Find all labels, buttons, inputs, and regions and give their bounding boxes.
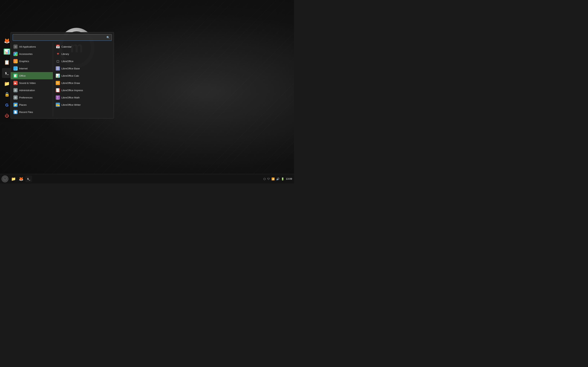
- search-bar: 🔍: [11, 32, 114, 42]
- office-icon: 📝: [13, 74, 17, 78]
- app-calendar-label: Calendar: [61, 45, 72, 48]
- app-libreoffice-math[interactable]: ∑ LibreOffice Math: [53, 94, 106, 101]
- category-recent-label: Recent Files: [19, 111, 33, 114]
- wifi-icon[interactable]: 📶: [271, 177, 275, 180]
- search-input-wrap: 🔍: [13, 34, 112, 41]
- app-libreoffice-impress-label: LibreOffice Impress: [61, 89, 83, 92]
- libreoffice-calc-icon: 📊: [56, 74, 60, 78]
- search-icon[interactable]: 🔍: [106, 35, 110, 39]
- taskbar-firefox[interactable]: 🦊: [17, 175, 25, 182]
- category-sound-label: Sound & Video: [19, 82, 36, 84]
- taskbar-right: ⬡ 🛡 📶 🔊 🔋 13:09: [263, 177, 292, 180]
- category-preferences[interactable]: ⚙ Preferences: [11, 94, 53, 101]
- accessories-icon: ✦: [13, 52, 17, 56]
- volume-icon[interactable]: 🔊: [276, 177, 279, 180]
- category-internet[interactable]: 🌐 Internet: [11, 65, 53, 72]
- category-places[interactable]: 📁 Places: [11, 101, 53, 108]
- taskbar-terminal[interactable]: $_: [25, 175, 32, 182]
- app-libreoffice-writer[interactable]: ✍ LibreOffice Writer: [53, 101, 106, 108]
- administration-icon: ⚙: [13, 88, 17, 92]
- libreoffice-writer-icon: ✍: [56, 103, 60, 107]
- desktop: m 🦊 📊 📋 $_ 📁 🔒 G: [0, 0, 294, 184]
- app-libreoffice-draw[interactable]: ✏ LibreOffice Draw: [53, 79, 106, 87]
- svg-text:m: m: [4, 178, 6, 180]
- search-input[interactable]: [14, 34, 106, 41]
- app-libreoffice-impress[interactable]: 📑 LibreOffice Impress: [53, 87, 106, 94]
- battery-icon[interactable]: 🔋: [281, 177, 284, 180]
- category-all-label: All Applications: [19, 45, 36, 48]
- app-libreoffice-base[interactable]: 🗄 LibreOffice Base: [53, 65, 106, 72]
- app-libreoffice-math-label: LibreOffice Math: [61, 96, 80, 99]
- taskbar: m 📁 🦊 $_ ⬡ 🛡 📶 🔊 🔋 13:09: [0, 174, 294, 184]
- app-libreoffice-calc-label: LibreOffice Calc: [61, 74, 79, 77]
- app-menu: 🔍 ⊞ All Applications ✦ Accessories 🎨 Gra…: [10, 32, 114, 118]
- category-accessories[interactable]: ✦ Accessories: [11, 50, 53, 58]
- graphics-icon: 🎨: [13, 59, 17, 63]
- category-office[interactable]: 📝 Office: [11, 72, 53, 79]
- calendar-icon: 📅: [56, 44, 60, 49]
- category-accessories-label: Accessories: [19, 53, 33, 55]
- recent-icon: 📄: [13, 110, 17, 114]
- apps-panel: 📅 Calendar ✦ Library ◻ LibreOffice 🗄 Lib…: [53, 42, 106, 117]
- app-libreoffice-label: LibreOffice: [61, 60, 73, 63]
- internet-icon: 🌐: [13, 66, 17, 71]
- category-recent[interactable]: 📄 Recent Files: [11, 108, 53, 116]
- category-graphics-label: Graphics: [19, 60, 29, 63]
- bluetooth-icon[interactable]: ⬡: [263, 177, 266, 180]
- categories-panel: ⊞ All Applications ✦ Accessories 🎨 Graph…: [11, 42, 53, 117]
- category-office-label: Office: [19, 74, 26, 77]
- vpn-icon[interactable]: 🛡: [267, 177, 270, 180]
- preferences-icon: ⚙: [13, 95, 17, 100]
- libreoffice-base-icon: 🗄: [56, 66, 60, 71]
- category-places-label: Places: [19, 103, 26, 106]
- app-libreoffice[interactable]: ◻ LibreOffice: [53, 58, 106, 65]
- app-libreoffice-base-label: LibreOffice Base: [61, 67, 80, 70]
- category-administration-label: Administration: [19, 89, 35, 92]
- start-button[interactable]: m: [1, 175, 9, 182]
- libreoffice-impress-icon: 📑: [56, 88, 60, 92]
- app-library-label: Library: [61, 53, 69, 55]
- clock: 13:09: [286, 177, 292, 180]
- places-icon: 📁: [13, 103, 17, 107]
- all-apps-icon: ⊞: [13, 44, 17, 49]
- category-sound[interactable]: ▶ Sound & Video: [11, 79, 53, 87]
- app-libreoffice-calc[interactable]: 📊 LibreOffice Calc: [53, 72, 106, 79]
- menu-content: ⊞ All Applications ✦ Accessories 🎨 Graph…: [11, 42, 114, 117]
- taskbar-files[interactable]: 📁: [10, 175, 17, 182]
- category-administration[interactable]: ⚙ Administration: [11, 87, 53, 94]
- libreoffice-icon: ◻: [56, 59, 60, 63]
- taskbar-left: m 📁 🦊 $_: [1, 175, 32, 182]
- libreoffice-draw-icon: ✏: [56, 81, 60, 85]
- category-all[interactable]: ⊞ All Applications: [11, 43, 53, 50]
- libreoffice-math-icon: ∑: [56, 95, 60, 100]
- app-calendar[interactable]: 📅 Calendar: [53, 43, 106, 50]
- app-libreoffice-writer-label: LibreOffice Writer: [61, 103, 81, 106]
- category-internet-label: Internet: [19, 67, 27, 70]
- category-preferences-label: Preferences: [19, 96, 33, 99]
- library-icon: ✦: [56, 52, 60, 56]
- sound-icon: ▶: [13, 81, 17, 85]
- app-library[interactable]: ✦ Library: [53, 50, 106, 58]
- app-libreoffice-draw-label: LibreOffice Draw: [61, 82, 80, 84]
- category-graphics[interactable]: 🎨 Graphics: [11, 58, 53, 65]
